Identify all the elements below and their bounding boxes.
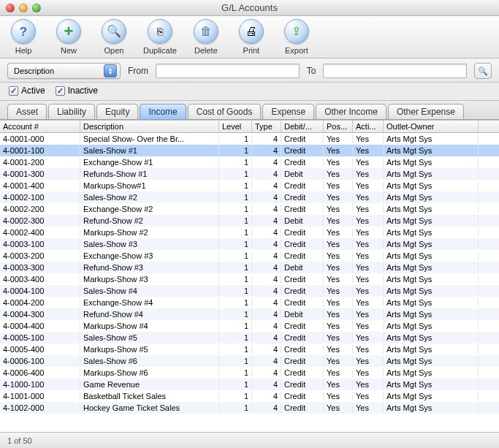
table-cell: 1 bbox=[219, 357, 252, 365]
tab-liability[interactable]: Liability bbox=[48, 104, 95, 119]
table-row[interactable]: 4-0004-300Refund-Show #414DebitYesYesArt… bbox=[0, 308, 499, 320]
table-cell: Yes bbox=[353, 333, 384, 342]
print-button[interactable]: 🖨 Print bbox=[235, 19, 267, 55]
checkmark-icon: ✓ bbox=[56, 86, 65, 96]
table-cell: Markups-Show#1 bbox=[80, 181, 219, 190]
table-cell: 1 bbox=[219, 134, 252, 143]
table-cell: Arts Mgt Sys bbox=[384, 240, 479, 248]
column-header[interactable]: Description bbox=[80, 121, 219, 132]
inactive-checkbox[interactable]: ✓ Inactive bbox=[56, 86, 98, 96]
table-row[interactable]: 4-0002-400Markups-Show #214CreditYesYesA… bbox=[0, 227, 499, 238]
table-cell: Arts Mgt Sys bbox=[384, 368, 479, 377]
help-icon: ? bbox=[11, 19, 36, 44]
record-count: 1 of 50 bbox=[7, 436, 32, 445]
minimize-window-button[interactable] bbox=[19, 4, 28, 12]
tab-equity[interactable]: Equity bbox=[96, 104, 138, 119]
column-header[interactable]: Account # bbox=[0, 121, 80, 132]
table-cell: Yes bbox=[324, 380, 353, 389]
table-cell: Yes bbox=[324, 170, 353, 178]
table-cell: Yes bbox=[324, 251, 353, 260]
delete-button[interactable]: 🗑 Delete bbox=[190, 19, 222, 55]
table-cell: Yes bbox=[324, 357, 353, 365]
table-cell: 4-0003-200 bbox=[0, 251, 80, 260]
table-body[interactable]: 4-0001-000Special Show- Over the Br...14… bbox=[0, 133, 499, 432]
table-header: Account #DescriptionLevelTypeDebit/...Po… bbox=[0, 121, 499, 133]
table-cell: 4 bbox=[252, 181, 281, 190]
table-row[interactable]: 4-0004-100Sales-Show #414CreditYesYesArt… bbox=[0, 285, 499, 297]
table-cell: 1 bbox=[219, 403, 252, 412]
table-row[interactable]: 4-0002-300Refund-Show #214DebitYesYesArt… bbox=[0, 215, 499, 227]
tab-other-expense[interactable]: Other Expense bbox=[388, 104, 464, 119]
from-label: From bbox=[128, 66, 148, 76]
table-row[interactable]: 4-1002-000Hockey Game Ticket Sales14Cred… bbox=[0, 402, 499, 414]
new-button[interactable]: + New bbox=[53, 19, 85, 55]
table-row[interactable]: 4-0004-200Exchange-Show #414CreditYesYes… bbox=[0, 297, 499, 308]
table-cell: 4-0004-400 bbox=[0, 322, 80, 330]
table-row[interactable]: 4-0002-200Exchange-Show #214CreditYesYes… bbox=[0, 203, 499, 215]
help-button[interactable]: ? Help bbox=[7, 19, 39, 55]
table-row[interactable]: 4-0001-400Markups-Show#114CreditYesYesAr… bbox=[0, 180, 499, 191]
duplicate-button[interactable]: ⎘ Duplicate bbox=[143, 19, 177, 55]
status-bar: 1 of 50 bbox=[0, 432, 499, 448]
table-cell: 4-0002-100 bbox=[0, 193, 80, 202]
column-header[interactable]: Debit/... bbox=[281, 121, 324, 132]
table-row[interactable]: 4-0005-100Sales-Show #514CreditYesYesArt… bbox=[0, 332, 499, 343]
column-header[interactable]: Type bbox=[252, 121, 281, 132]
table-cell: 4 bbox=[252, 170, 281, 178]
table-cell: Sales-Show #6 bbox=[80, 357, 219, 365]
table-cell: 4-1001-000 bbox=[0, 392, 80, 400]
table-cell: 4 bbox=[252, 228, 281, 237]
table-row[interactable]: 4-0003-400Markups-Show #314CreditYesYesA… bbox=[0, 273, 499, 285]
column-header[interactable]: Level bbox=[219, 121, 252, 132]
zoom-window-button[interactable] bbox=[32, 4, 41, 12]
table-row[interactable]: 4-0003-100Sales-Show #314CreditYesYesArt… bbox=[0, 238, 499, 250]
from-input[interactable] bbox=[156, 64, 300, 78]
table-cell: 4-0001-400 bbox=[0, 181, 80, 190]
table-row[interactable]: 4-0006-100Sales-Show #614CreditYesYesArt… bbox=[0, 355, 499, 367]
table-cell: 1 bbox=[219, 263, 252, 272]
tab-asset[interactable]: Asset bbox=[7, 104, 47, 119]
table-row[interactable]: 4-0003-300Refund-Show #314DebitYesYesArt… bbox=[0, 262, 499, 273]
table-cell: Yes bbox=[353, 170, 384, 178]
active-checkbox[interactable]: ✓ Active bbox=[9, 86, 45, 96]
column-header[interactable]: Pos... bbox=[324, 121, 353, 132]
table-row[interactable]: 4-0006-400Markups-Show #614CreditYesYesA… bbox=[0, 367, 499, 379]
search-button[interactable]: 🔍 bbox=[474, 63, 492, 79]
filter-bar: Description ▲▼ From To 🔍 bbox=[0, 58, 499, 83]
table-row[interactable]: 4-0001-200Exchange-Show #114CreditYesYes… bbox=[0, 156, 499, 168]
export-button[interactable]: ⇪ Export bbox=[281, 19, 313, 55]
table-row[interactable]: 4-1001-000Basketball Ticket Sales14Credi… bbox=[0, 390, 499, 402]
table-cell: 4 bbox=[252, 310, 281, 319]
column-header[interactable]: Acti... bbox=[353, 121, 384, 132]
table-cell: 1 bbox=[219, 158, 252, 167]
table-cell: Yes bbox=[324, 322, 353, 330]
table-row[interactable]: 4-0001-300Refunds-Show #114DebitYesYesAr… bbox=[0, 168, 499, 180]
table-row[interactable]: 4-0004-400Markups-Show #414CreditYesYesA… bbox=[0, 320, 499, 332]
filter-field-select[interactable]: Description ▲▼ bbox=[7, 63, 121, 79]
trash-icon: 🗑 bbox=[194, 19, 218, 44]
duplicate-icon: ⎘ bbox=[148, 19, 172, 44]
table-cell: 4 bbox=[252, 286, 281, 295]
table-row[interactable]: 4-0001-100Sales-Show #114CreditYesYesArt… bbox=[0, 145, 499, 156]
table-cell: Exchange-Show #2 bbox=[80, 205, 219, 213]
open-button[interactable]: 🔍 Open bbox=[98, 19, 130, 55]
table-cell: 4 bbox=[252, 403, 281, 412]
table-row[interactable]: 4-0002-100Sales-Show #214CreditYesYesArt… bbox=[0, 191, 499, 203]
table-cell: 4 bbox=[252, 333, 281, 342]
table-row[interactable]: 4-0005-400Markups-Show #514CreditYesYesA… bbox=[0, 343, 499, 355]
table-cell: Credit bbox=[281, 380, 324, 389]
close-window-button[interactable] bbox=[6, 4, 15, 12]
table-row[interactable]: 4-0003-200Exchange-Show #314CreditYesYes… bbox=[0, 250, 499, 262]
tab-cost-of-goods[interactable]: Cost of Goods bbox=[188, 104, 262, 119]
table-cell: Credit bbox=[281, 322, 324, 330]
table-row[interactable]: 4-0001-000Special Show- Over the Br...14… bbox=[0, 133, 499, 145]
table-cell: 4-0002-400 bbox=[0, 228, 80, 237]
to-input[interactable] bbox=[323, 64, 467, 78]
tab-other-income[interactable]: Other Income bbox=[316, 104, 386, 119]
table-cell: 1 bbox=[219, 240, 252, 248]
table-cell: Yes bbox=[324, 298, 353, 307]
table-row[interactable]: 4-1000-100Game Revenue14CreditYesYesArts… bbox=[0, 379, 499, 390]
tab-expense[interactable]: Expense bbox=[262, 104, 314, 119]
column-header[interactable]: Outlet-Owner bbox=[384, 121, 479, 132]
tab-income[interactable]: Income bbox=[140, 104, 186, 119]
